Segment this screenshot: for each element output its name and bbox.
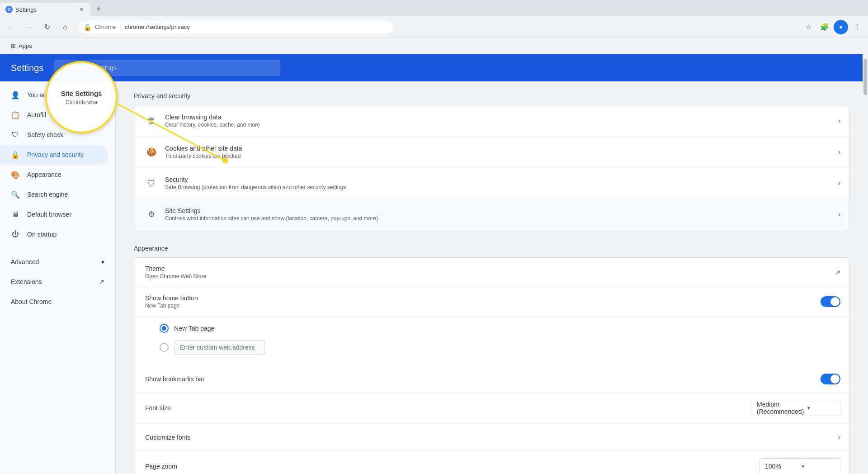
- sidebar-label-privacy: Privacy and security: [27, 151, 84, 158]
- sidebar-label-search-engine: Search engine: [27, 191, 68, 198]
- custom-address-radio-item[interactable]: [160, 337, 840, 358]
- advanced-chevron-icon: ▾: [101, 258, 104, 265]
- security-item[interactable]: 🛡 Security Safe Browsing (protection fro…: [134, 168, 849, 199]
- theme-title: Theme: [145, 265, 829, 272]
- page-zoom-text: Page zoom: [143, 463, 759, 470]
- home-button[interactable]: ⌂: [58, 20, 72, 34]
- extensions-button[interactable]: 🧩: [817, 20, 832, 34]
- home-button-options: New Tab page: [134, 317, 849, 365]
- new-tab-button[interactable]: +: [92, 3, 105, 15]
- you-and-google-icon: 👤: [11, 90, 20, 100]
- sidebar-label-extensions: Extensions: [11, 278, 42, 285]
- show-bookmarks-bar-item[interactable]: Show bookmarks bar: [134, 365, 849, 393]
- back-button[interactable]: ←: [4, 20, 18, 34]
- customize-fonts-arrow: ›: [838, 433, 840, 441]
- bookmark-button[interactable]: ☆: [801, 20, 816, 34]
- sidebar-label-autofill: Autofill: [27, 111, 46, 118]
- url-text: chrome://settings/privacy: [125, 24, 190, 30]
- tab-bar: ⚙ Settings ✕ +: [0, 0, 868, 16]
- clear-data-title: Clear browsing data: [165, 114, 833, 121]
- show-bookmarks-title: Show bookmarks bar: [145, 375, 815, 383]
- sidebar-label-advanced: Advanced: [11, 258, 39, 265]
- font-size-item[interactable]: Font size Medium (Recommended) ▾: [134, 393, 849, 424]
- site-settings-item[interactable]: ⚙ Site Settings Controls what informatio…: [134, 199, 849, 230]
- sidebar-item-advanced[interactable]: Advanced ▾: [0, 252, 115, 272]
- font-size-dropdown[interactable]: Medium (Recommended) ▾: [751, 400, 840, 416]
- appearance-section-title: Appearance: [134, 245, 850, 252]
- clear-data-desc: Clear history, cookies, cache, and more: [165, 122, 833, 128]
- sidebar-label-safety-check: Safety check: [27, 131, 63, 138]
- sidebar-item-extensions[interactable]: Extensions ↗: [0, 272, 115, 292]
- page-zoom-item[interactable]: Page zoom 100% ▾: [134, 451, 849, 474]
- cookies-icon: 🍪: [143, 144, 160, 160]
- site-label: Chrome: [95, 24, 116, 30]
- clear-browsing-data-item[interactable]: 🗑 Clear browsing data Clear history, coo…: [134, 105, 849, 137]
- tab-title: Settings: [15, 6, 37, 13]
- site-settings-icon: ⚙: [143, 206, 160, 223]
- active-tab[interactable]: ⚙ Settings ✕: [0, 3, 90, 16]
- show-home-toggle[interactable]: [821, 296, 840, 307]
- page-zoom-title: Page zoom: [145, 463, 754, 470]
- security-icon: 🛡: [143, 175, 160, 191]
- on-startup-icon: ⏻: [11, 230, 20, 239]
- sidebar-item-appearance[interactable]: 🎨 Appearance: [0, 165, 115, 185]
- profile-button[interactable]: ●: [834, 20, 848, 34]
- sidebar-item-about-chrome[interactable]: About Chrome: [0, 292, 115, 312]
- bookmarks-bar: ⊞ Apps: [0, 38, 868, 54]
- font-size-dropdown-arrow: ▾: [807, 405, 835, 411]
- page-zoom-dropdown-arrow: ▾: [802, 463, 835, 469]
- theme-item[interactable]: Theme Open Chrome Web Store ↗: [134, 258, 849, 287]
- custom-address-radio[interactable]: [160, 343, 169, 352]
- show-home-button-item[interactable]: Show home button New Tab page: [134, 287, 849, 317]
- clear-data-text: Clear browsing data Clear history, cooki…: [160, 114, 838, 128]
- apps-button[interactable]: ⊞ Apps: [7, 41, 36, 51]
- clear-data-arrow: ›: [838, 117, 840, 125]
- settings-header: Settings 🔍: [0, 54, 868, 81]
- security-text: Security Safe Browsing (protection from …: [160, 176, 838, 190]
- sidebar: 👤 You and Google 📋 Autofill 🛡 Safety che…: [0, 81, 116, 474]
- sidebar-label-on-startup: On startup: [27, 231, 57, 238]
- forward-button[interactable]: →: [22, 20, 36, 34]
- show-home-title: Show home button: [145, 294, 815, 302]
- sidebar-item-autofill[interactable]: 📋 Autofill: [0, 105, 115, 125]
- sidebar-item-on-startup[interactable]: ⏻ On startup: [0, 224, 115, 244]
- sidebar-item-search-engine[interactable]: 🔍 Search engine: [0, 185, 115, 204]
- advanced-left: Advanced: [11, 258, 39, 265]
- security-arrow: ›: [838, 179, 840, 187]
- sidebar-item-privacy-and-security[interactable]: 🔒 Privacy and security: [0, 145, 108, 165]
- reload-button[interactable]: ↻: [40, 20, 54, 34]
- appearance-section: Appearance Theme Open Chrome Web Store ↗…: [134, 245, 850, 474]
- default-browser-icon: 🖥: [11, 210, 20, 219]
- customize-fonts-title: Customize fonts: [145, 434, 833, 441]
- new-tab-radio[interactable]: [160, 324, 169, 333]
- cookies-item[interactable]: 🍪 Cookies and other site data Third-part…: [134, 137, 849, 168]
- sidebar-item-you-and-google[interactable]: 👤 You and Google: [0, 85, 115, 105]
- security-title: Security: [165, 176, 833, 183]
- settings-search-bar[interactable]: 🔍: [54, 60, 280, 76]
- show-bookmarks-toggle[interactable]: [821, 374, 840, 384]
- font-size-title: Font size: [145, 404, 745, 412]
- theme-external-icon[interactable]: ↗: [835, 268, 840, 277]
- clear-data-icon: 🗑: [143, 113, 160, 129]
- font-size-value: Medium (Recommended): [757, 401, 804, 415]
- address-bar[interactable]: 🔒 Chrome | chrome://settings/privacy: [78, 20, 394, 34]
- custom-address-input[interactable]: [174, 340, 265, 355]
- search-icon: 🔍: [61, 64, 69, 71]
- autofill-icon: 📋: [11, 110, 20, 119]
- privacy-card: 🗑 Clear browsing data Clear history, coo…: [134, 105, 850, 230]
- font-size-text: Font size: [143, 404, 751, 412]
- customize-fonts-text: Customize fonts: [143, 434, 838, 441]
- search-input[interactable]: [73, 64, 273, 71]
- site-settings-arrow: ›: [838, 210, 840, 218]
- scrollbar-thumb[interactable]: [863, 59, 867, 95]
- new-tab-radio-item[interactable]: New Tab page: [160, 320, 840, 337]
- show-home-text: Show home button New Tab page: [143, 294, 821, 309]
- tab-close-button[interactable]: ✕: [78, 6, 85, 13]
- privacy-section-title: Privacy and security: [134, 92, 850, 100]
- page-zoom-dropdown[interactable]: 100% ▾: [759, 458, 840, 474]
- cookies-arrow: ›: [838, 148, 840, 156]
- chrome-menu-button[interactable]: ⋮: [850, 20, 864, 34]
- customize-fonts-item[interactable]: Customize fonts ›: [134, 424, 849, 451]
- sidebar-item-default-browser[interactable]: 🖥 Default browser: [0, 204, 115, 224]
- sidebar-item-safety-check[interactable]: 🛡 Safety check: [0, 125, 115, 145]
